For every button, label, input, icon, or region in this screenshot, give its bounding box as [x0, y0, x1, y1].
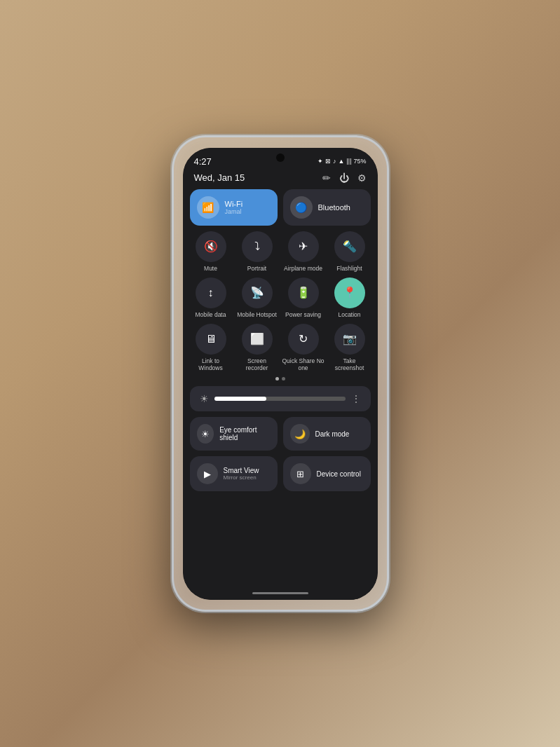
- brightness-track[interactable]: [214, 397, 346, 401]
- phone-body: 4:27 ✦ ⊠ ♪ ▲ ||| 75% Wed, Jan 15 ✏ ⏻ ⚙: [183, 148, 378, 600]
- screen-recorder-tile[interactable]: ⬜ Screen recorder: [236, 324, 278, 371]
- screenshot-icon: 📷: [334, 324, 365, 355]
- wifi-toggle[interactable]: 📶 Wi-Fi Jamal: [190, 189, 278, 226]
- quick-share-tile[interactable]: ↻ Quick Share No one: [282, 324, 325, 371]
- smart-view-toggle[interactable]: ▶ Smart View Mirror screen: [190, 456, 278, 491]
- flashlight-label: Flashlight: [336, 265, 362, 272]
- phone-screen: 4:27 ✦ ⊠ ♪ ▲ ||| 75% Wed, Jan 15 ✏ ⏻ ⚙: [183, 148, 378, 600]
- eye-comfort-toggle[interactable]: ☀ Eye comfort shield: [190, 417, 278, 451]
- flashlight-icon: 🔦: [334, 231, 365, 262]
- dark-mode-label: Dark mode: [315, 430, 350, 438]
- dot-2: [282, 377, 285, 381]
- airplane-tile[interactable]: ✈ Airplane mode: [282, 231, 325, 272]
- quick-share-icon: ↻: [288, 324, 319, 355]
- tiles-row-2: ↕ Mobile data 📡 Mobile Hotspot 🔋 Power s…: [190, 277, 371, 318]
- mute-icon: 🔇: [196, 231, 226, 262]
- location-icon: 📍: [334, 277, 365, 308]
- home-indicator[interactable]: [252, 592, 308, 594]
- portrait-tile[interactable]: ⤵ Portrait: [236, 231, 278, 272]
- status-icons: ✦ ⊠ ♪ ▲ ||| 75%: [317, 158, 366, 165]
- quick-settings: 📶 Wi-Fi Jamal 🔵 Bluetooth: [183, 189, 378, 492]
- dark-mode-icon: 🌙: [290, 424, 310, 444]
- location-label: Location: [338, 311, 360, 318]
- link-windows-tile[interactable]: 🖥 Link to Windows: [190, 324, 232, 371]
- smart-view-label: Smart View: [224, 467, 259, 474]
- smart-view-sublabel: Mirror screen: [224, 474, 259, 481]
- location-tile[interactable]: 📍 Location: [329, 277, 371, 318]
- smart-view-icon: ▶: [197, 463, 218, 484]
- hotspot-tile[interactable]: 📡 Mobile Hotspot: [236, 277, 278, 318]
- alarm-icon: ⊠: [325, 158, 331, 165]
- wifi-sublabel: Jamal: [225, 208, 243, 215]
- flashlight-tile[interactable]: 🔦 Flashlight: [329, 231, 371, 272]
- hotspot-label: Mobile Hotspot: [237, 311, 277, 318]
- screen-recorder-label: Screen recorder: [236, 357, 278, 371]
- status-time: 4:27: [194, 156, 212, 167]
- large-toggles: 📶 Wi-Fi Jamal 🔵 Bluetooth: [190, 189, 371, 226]
- dark-mode-toggle[interactable]: 🌙 Dark mode: [283, 417, 371, 451]
- mobile-data-tile[interactable]: ↕ Mobile data: [190, 277, 232, 318]
- power-icon[interactable]: ⏻: [339, 172, 349, 184]
- brightness-slider[interactable]: ☀ ⋮: [190, 386, 371, 411]
- front-camera: [276, 153, 285, 162]
- screenshot-label: Take screenshot: [329, 357, 371, 371]
- airplane-label: Airplane mode: [284, 265, 322, 272]
- mobile-data-icon: ↕: [196, 277, 226, 308]
- mobile-data-label: Mobile data: [196, 311, 226, 318]
- dot-1: [275, 377, 279, 381]
- bottom-row: ▶ Smart View Mirror screen ⊞ Device cont…: [190, 456, 371, 491]
- edit-icon[interactable]: ✏: [322, 172, 331, 184]
- wifi-label: Wi-Fi: [225, 200, 243, 208]
- device-control-toggle[interactable]: ⊞ Device control: [283, 456, 371, 491]
- power-saving-label: Power saving: [285, 311, 321, 318]
- screen-recorder-icon: ⬜: [242, 324, 273, 355]
- bluetooth-icon: ✦: [317, 158, 323, 165]
- eye-comfort-icon: ☀: [197, 424, 214, 444]
- bluetooth-toggle-icon: 🔵: [290, 196, 313, 219]
- device-control-label: Device control: [317, 470, 361, 478]
- brightness-more-icon[interactable]: ⋮: [351, 393, 361, 404]
- phone-case: 4:27 ✦ ⊠ ♪ ▲ ||| 75% Wed, Jan 15 ✏ ⏻ ⚙: [172, 135, 389, 612]
- airplane-icon: ✈: [288, 231, 319, 262]
- date-text: Wed, Jan 15: [194, 172, 245, 183]
- sound-icon: ♪: [333, 158, 336, 165]
- tiles-row-3: 🖥 Link to Windows ⬜ Screen recorder ↻ Qu…: [190, 324, 371, 371]
- page-dots: [190, 377, 371, 381]
- portrait-label: Portrait: [247, 265, 266, 272]
- comfort-row: ☀ Eye comfort shield 🌙 Dark mode: [190, 417, 371, 451]
- wifi-toggle-icon: 📶: [197, 196, 219, 219]
- screenshot-tile[interactable]: 📷 Take screenshot: [329, 324, 371, 371]
- quick-share-label: Quick Share No one: [282, 357, 325, 371]
- power-saving-icon: 🔋: [288, 277, 319, 308]
- settings-icon[interactable]: ⚙: [357, 172, 367, 184]
- mute-label: Mute: [204, 265, 217, 272]
- brightness-icon: ☀: [200, 393, 209, 404]
- bluetooth-label: Bluetooth: [318, 203, 350, 212]
- mute-tile[interactable]: 🔇 Mute: [190, 231, 232, 272]
- power-saving-tile[interactable]: 🔋 Power saving: [282, 277, 325, 318]
- battery-text: 75%: [353, 158, 366, 165]
- device-control-icon: ⊞: [290, 463, 311, 484]
- eye-comfort-label: Eye comfort shield: [219, 426, 270, 441]
- brightness-fill: [214, 397, 267, 401]
- link-windows-label: Link to Windows: [190, 357, 232, 371]
- hotspot-icon: 📡: [242, 277, 273, 308]
- header-icons[interactable]: ✏ ⏻ ⚙: [322, 172, 367, 184]
- signal-icon: |||: [346, 158, 351, 165]
- wifi-icon: ▲: [339, 158, 345, 165]
- tiles-row-1: 🔇 Mute ⤵ Portrait ✈ Airplane mode 🔦 Flas…: [190, 231, 371, 272]
- header-row: Wed, Jan 15 ✏ ⏻ ⚙: [183, 171, 378, 189]
- bluetooth-toggle[interactable]: 🔵 Bluetooth: [283, 189, 371, 226]
- link-windows-icon: 🖥: [196, 324, 226, 355]
- portrait-icon: ⤵: [242, 231, 273, 262]
